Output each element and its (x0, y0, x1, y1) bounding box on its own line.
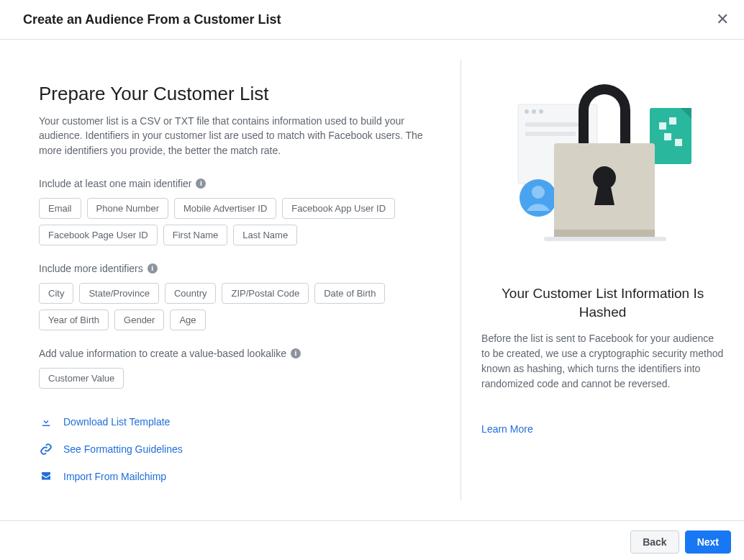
chip-email[interactable]: Email (39, 198, 81, 219)
main-identifiers-section: Include at least one main identifier i E… (39, 178, 430, 245)
chip-city[interactable]: City (39, 283, 73, 304)
chip-yob[interactable]: Year of Birth (39, 310, 109, 330)
hash-illustration (509, 83, 697, 256)
download-template-link[interactable]: Download List Template (39, 415, 430, 429)
page-title: Prepare Your Customer List (39, 83, 430, 105)
value-chips: Customer Value (39, 368, 430, 389)
modal-footer: Back Next (0, 520, 744, 560)
right-heading: Your Customer List Information Is Hashed (481, 284, 724, 321)
import-mailchimp-link[interactable]: Import From Mailchimp (39, 469, 430, 484)
svg-rect-11 (675, 139, 682, 146)
svg-rect-17 (544, 237, 666, 241)
next-button[interactable]: Next (685, 530, 731, 554)
svg-rect-4 (525, 122, 583, 127)
info-icon[interactable]: i (148, 263, 158, 274)
chip-fb-app-user-id[interactable]: Facebook App User ID (282, 198, 395, 219)
chip-state[interactable]: State/Province (79, 283, 159, 304)
link-icon (39, 442, 53, 456)
formatting-guidelines-link[interactable]: See Formatting Guidelines (39, 442, 430, 456)
chip-first-name[interactable]: First Name (163, 225, 228, 245)
svg-point-13 (532, 186, 545, 199)
main-identifiers-title: Include at least one main identifier i (39, 178, 430, 189)
import-icon (39, 469, 53, 484)
modal-header: Create an Audience From a Customer List … (0, 0, 744, 40)
more-identifier-chips: City State/Province Country ZIP/Postal C… (39, 283, 430, 330)
chip-gender[interactable]: Gender (114, 310, 164, 330)
learn-more-link[interactable]: Learn More (481, 423, 533, 435)
close-button[interactable]: ✕ (714, 10, 731, 29)
modal-body: Prepare Your Customer List Your customer… (0, 40, 744, 520)
right-panel: Your Customer List Information Is Hashed… (461, 40, 744, 520)
main-identifier-chips: Email Phone Number Mobile Advertiser ID … (39, 198, 430, 245)
svg-point-3 (539, 109, 543, 114)
right-text: Before the list is sent to Facebook for … (481, 331, 724, 392)
svg-point-1 (525, 109, 529, 114)
svg-rect-9 (669, 117, 676, 125)
left-panel: Prepare Your Customer List Your customer… (0, 60, 461, 500)
info-icon[interactable]: i (291, 348, 301, 358)
chip-customer-value[interactable]: Customer Value (39, 368, 124, 389)
actions: Download List Template See Formatting Gu… (39, 415, 430, 484)
chip-phone[interactable]: Phone Number (87, 198, 168, 219)
chip-dob[interactable]: Date of Birth (314, 283, 385, 304)
svg-rect-8 (659, 122, 666, 130)
svg-point-2 (532, 109, 536, 114)
more-identifiers-title: Include more identifiers i (39, 263, 430, 274)
modal-title: Create an Audience From a Customer List (23, 12, 281, 27)
chip-country[interactable]: Country (165, 283, 217, 304)
back-button[interactable]: Back (630, 530, 679, 554)
more-identifiers-section: Include more identifiers i City State/Pr… (39, 263, 430, 330)
value-section: Add value information to create a value-… (39, 348, 430, 389)
svg-rect-10 (664, 133, 671, 140)
chip-fb-page-user-id[interactable]: Facebook Page User ID (39, 225, 158, 245)
chip-age[interactable]: Age (170, 310, 205, 330)
chip-mobile-advertiser-id[interactable]: Mobile Advertiser ID (174, 198, 276, 219)
page-description: Your customer list is a CSV or TXT file … (39, 114, 430, 158)
info-icon[interactable]: i (196, 179, 206, 189)
value-section-title: Add value information to create a value-… (39, 348, 430, 359)
svg-rect-5 (525, 132, 576, 136)
download-icon (39, 415, 53, 429)
chip-last-name[interactable]: Last Name (233, 225, 297, 245)
chip-zip[interactable]: ZIP/Postal Code (222, 283, 309, 304)
